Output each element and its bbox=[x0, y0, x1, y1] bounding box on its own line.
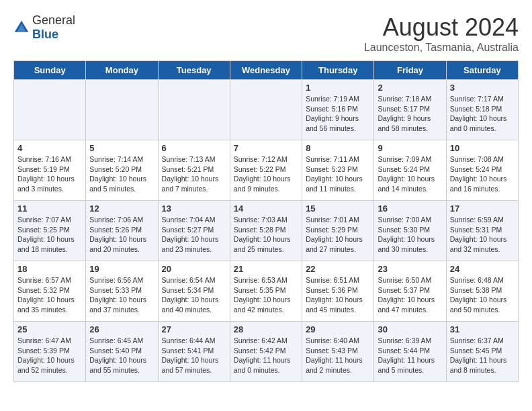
calendar-cell bbox=[86, 80, 158, 140]
cell-info: Sunrise: 6:47 AM Sunset: 5:39 PM Dayligh… bbox=[17, 336, 82, 375]
calendar-cell: 9Sunrise: 7:09 AM Sunset: 5:24 PM Daylig… bbox=[374, 140, 446, 201]
cell-info: Sunrise: 6:51 AM Sunset: 5:36 PM Dayligh… bbox=[306, 275, 370, 315]
calendar-cell: 6Sunrise: 7:13 AM Sunset: 5:21 PM Daylig… bbox=[158, 140, 230, 201]
day-number: 13 bbox=[162, 203, 226, 214]
cell-info: Sunrise: 7:06 AM Sunset: 5:26 PM Dayligh… bbox=[89, 215, 154, 255]
day-number: 4 bbox=[17, 143, 82, 153]
day-number: 1 bbox=[306, 83, 370, 93]
cell-info: Sunrise: 6:50 AM Sunset: 5:37 PM Dayligh… bbox=[378, 275, 442, 315]
cell-info: Sunrise: 6:39 AM Sunset: 5:44 PM Dayligh… bbox=[378, 336, 442, 375]
day-number: 28 bbox=[234, 324, 298, 334]
day-number: 23 bbox=[378, 264, 442, 274]
day-number: 8 bbox=[306, 143, 370, 153]
cell-info: Sunrise: 7:19 AM Sunset: 5:16 PM Dayligh… bbox=[306, 94, 370, 134]
day-number: 20 bbox=[162, 264, 226, 274]
calendar-cell: 19Sunrise: 6:56 AM Sunset: 5:33 PM Dayli… bbox=[86, 261, 158, 322]
header-day-tuesday: Tuesday bbox=[158, 61, 230, 80]
day-number: 30 bbox=[378, 324, 442, 334]
week-row-4: 18Sunrise: 6:57 AM Sunset: 5:32 PM Dayli… bbox=[14, 261, 519, 322]
day-number: 7 bbox=[234, 143, 298, 153]
calendar-cell: 18Sunrise: 6:57 AM Sunset: 5:32 PM Dayli… bbox=[14, 261, 86, 322]
calendar-cell bbox=[14, 80, 86, 140]
day-number: 27 bbox=[162, 324, 226, 334]
day-number: 6 bbox=[162, 143, 226, 153]
day-number: 29 bbox=[306, 324, 370, 334]
week-row-1: 1Sunrise: 7:19 AM Sunset: 5:16 PM Daylig… bbox=[14, 80, 519, 140]
header-day-sunday: Sunday bbox=[14, 61, 86, 80]
logo-icon bbox=[13, 19, 30, 36]
cell-info: Sunrise: 6:56 AM Sunset: 5:33 PM Dayligh… bbox=[89, 275, 154, 315]
day-number: 16 bbox=[378, 203, 442, 214]
day-number: 11 bbox=[17, 203, 82, 214]
calendar-cell: 24Sunrise: 6:48 AM Sunset: 5:38 PM Dayli… bbox=[446, 261, 518, 322]
day-number: 22 bbox=[306, 264, 370, 274]
header-day-friday: Friday bbox=[374, 61, 446, 80]
cell-info: Sunrise: 7:16 AM Sunset: 5:19 PM Dayligh… bbox=[17, 154, 82, 194]
cell-info: Sunrise: 7:04 AM Sunset: 5:27 PM Dayligh… bbox=[162, 215, 226, 255]
page-header: General Blue August 2024 Launceston, Tas… bbox=[13, 13, 519, 54]
cell-info: Sunrise: 7:13 AM Sunset: 5:21 PM Dayligh… bbox=[162, 154, 226, 194]
calendar-cell: 25Sunrise: 6:47 AM Sunset: 5:39 PM Dayli… bbox=[14, 322, 86, 382]
day-number: 15 bbox=[306, 203, 370, 214]
calendar-cell: 15Sunrise: 7:01 AM Sunset: 5:29 PM Dayli… bbox=[302, 201, 374, 261]
cell-info: Sunrise: 6:54 AM Sunset: 5:34 PM Dayligh… bbox=[162, 275, 226, 315]
title-block: August 2024 Launceston, Tasmania, Austra… bbox=[364, 13, 519, 54]
header-row: SundayMondayTuesdayWednesdayThursdayFrid… bbox=[14, 61, 519, 80]
calendar-cell: 31Sunrise: 6:37 AM Sunset: 5:45 PM Dayli… bbox=[446, 322, 518, 382]
week-row-3: 11Sunrise: 7:07 AM Sunset: 5:25 PM Dayli… bbox=[14, 201, 519, 261]
logo-general: General bbox=[32, 13, 75, 27]
cell-info: Sunrise: 6:44 AM Sunset: 5:41 PM Dayligh… bbox=[162, 336, 226, 375]
day-number: 19 bbox=[89, 264, 154, 274]
header-day-thursday: Thursday bbox=[302, 61, 374, 80]
day-number: 17 bbox=[450, 203, 515, 214]
calendar-cell: 1Sunrise: 7:19 AM Sunset: 5:16 PM Daylig… bbox=[302, 80, 374, 140]
day-number: 10 bbox=[450, 143, 515, 153]
calendar-cell: 5Sunrise: 7:14 AM Sunset: 5:20 PM Daylig… bbox=[86, 140, 158, 201]
calendar-cell: 8Sunrise: 7:11 AM Sunset: 5:23 PM Daylig… bbox=[302, 140, 374, 201]
header-day-saturday: Saturday bbox=[446, 61, 518, 80]
calendar-cell: 10Sunrise: 7:08 AM Sunset: 5:24 PM Dayli… bbox=[446, 140, 518, 201]
cell-info: Sunrise: 7:14 AM Sunset: 5:20 PM Dayligh… bbox=[89, 154, 154, 194]
day-number: 14 bbox=[234, 203, 298, 214]
calendar-cell: 14Sunrise: 7:03 AM Sunset: 5:28 PM Dayli… bbox=[230, 201, 302, 261]
day-number: 18 bbox=[17, 264, 82, 274]
calendar-cell: 11Sunrise: 7:07 AM Sunset: 5:25 PM Dayli… bbox=[14, 201, 86, 261]
calendar-cell: 2Sunrise: 7:18 AM Sunset: 5:17 PM Daylig… bbox=[374, 80, 446, 140]
calendar-cell: 7Sunrise: 7:12 AM Sunset: 5:22 PM Daylig… bbox=[230, 140, 302, 201]
calendar-cell bbox=[230, 80, 302, 140]
header-day-monday: Monday bbox=[86, 61, 158, 80]
calendar-table: SundayMondayTuesdayWednesdayThursdayFrid… bbox=[13, 60, 519, 382]
calendar-cell: 3Sunrise: 7:17 AM Sunset: 5:18 PM Daylig… bbox=[446, 80, 518, 140]
cell-info: Sunrise: 7:12 AM Sunset: 5:22 PM Dayligh… bbox=[234, 154, 298, 194]
cell-info: Sunrise: 7:09 AM Sunset: 5:24 PM Dayligh… bbox=[378, 154, 442, 194]
header-day-wednesday: Wednesday bbox=[230, 61, 302, 80]
day-number: 21 bbox=[234, 264, 298, 274]
calendar-cell: 13Sunrise: 7:04 AM Sunset: 5:27 PM Dayli… bbox=[158, 201, 230, 261]
calendar-cell: 12Sunrise: 7:06 AM Sunset: 5:26 PM Dayli… bbox=[86, 201, 158, 261]
calendar-cell: 26Sunrise: 6:45 AM Sunset: 5:40 PM Dayli… bbox=[86, 322, 158, 382]
week-row-2: 4Sunrise: 7:16 AM Sunset: 5:19 PM Daylig… bbox=[14, 140, 519, 201]
calendar-cell: 17Sunrise: 6:59 AM Sunset: 5:31 PM Dayli… bbox=[446, 201, 518, 261]
day-number: 12 bbox=[89, 203, 154, 214]
day-number: 9 bbox=[378, 143, 442, 153]
calendar-cell: 4Sunrise: 7:16 AM Sunset: 5:19 PM Daylig… bbox=[14, 140, 86, 201]
cell-info: Sunrise: 6:45 AM Sunset: 5:40 PM Dayligh… bbox=[89, 336, 154, 375]
cell-info: Sunrise: 7:11 AM Sunset: 5:23 PM Dayligh… bbox=[306, 154, 370, 194]
day-number: 26 bbox=[89, 324, 154, 334]
week-row-5: 25Sunrise: 6:47 AM Sunset: 5:39 PM Dayli… bbox=[14, 322, 519, 382]
logo-blue: Blue bbox=[32, 28, 58, 41]
calendar-cell bbox=[158, 80, 230, 140]
main-title: August 2024 bbox=[364, 13, 519, 42]
subtitle: Launceston, Tasmania, Australia bbox=[364, 42, 519, 54]
day-number: 3 bbox=[450, 83, 515, 93]
day-number: 25 bbox=[17, 324, 82, 334]
cell-info: Sunrise: 7:01 AM Sunset: 5:29 PM Dayligh… bbox=[306, 215, 370, 255]
cell-info: Sunrise: 7:08 AM Sunset: 5:24 PM Dayligh… bbox=[450, 154, 515, 194]
cell-info: Sunrise: 6:57 AM Sunset: 5:32 PM Dayligh… bbox=[17, 275, 82, 315]
cell-info: Sunrise: 6:53 AM Sunset: 5:35 PM Dayligh… bbox=[234, 275, 298, 315]
logo-text: General Blue bbox=[32, 13, 75, 42]
calendar-cell: 30Sunrise: 6:39 AM Sunset: 5:44 PM Dayli… bbox=[374, 322, 446, 382]
cell-info: Sunrise: 6:48 AM Sunset: 5:38 PM Dayligh… bbox=[450, 275, 515, 315]
day-number: 24 bbox=[450, 264, 515, 274]
cell-info: Sunrise: 6:59 AM Sunset: 5:31 PM Dayligh… bbox=[450, 215, 515, 255]
